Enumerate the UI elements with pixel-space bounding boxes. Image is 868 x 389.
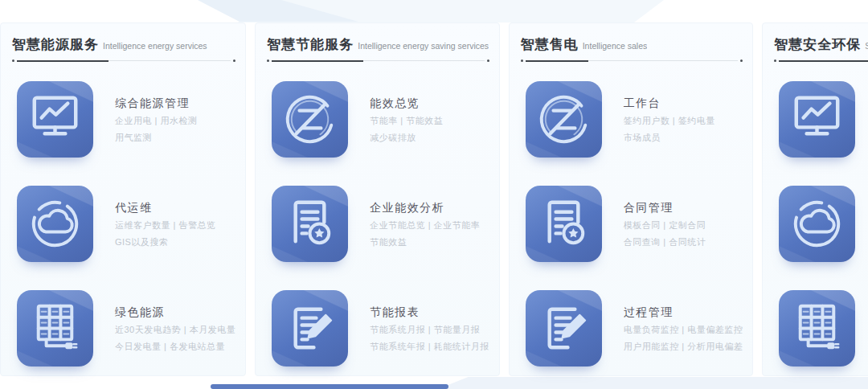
card-subline: 近30天发电趋势 | 本月发电量: [115, 326, 235, 334]
card-subline: 节能率 | 节能效益: [370, 117, 443, 125]
bottom-accent-bar: [211, 384, 448, 389]
card-subline: 减少碳排放: [370, 133, 443, 142]
section-panel-energy-saving: 智慧节能服务 Intelligence energy saving servic…: [255, 23, 499, 376]
card-subline: 运维客户数量 | 告警总览: [115, 221, 215, 230]
card-title: 能效总览: [370, 97, 443, 109]
feature-card[interactable]: 代运维 运维客户数量 | 告警总览 GIS以及搜索: [17, 186, 235, 262]
card-subline: 市场成员: [624, 133, 715, 142]
cloud-circle-icon: [779, 186, 855, 262]
section-title-en: Security environmental protection: [865, 41, 868, 51]
section-title-zh: 智慧售电: [521, 35, 579, 54]
page-background: { "colors": { "tile_gradient_start": "#7…: [0, 0, 868, 389]
doc-pencil-icon: [526, 290, 602, 366]
card-subline: 电量负荷监控 | 电量偏差监控: [624, 326, 743, 334]
card-title: 节能报表: [370, 306, 489, 317]
section-title-zh: 智慧节能服务: [267, 35, 354, 54]
feature-card[interactable]: 能效总览 节能率 | 节能效益 减少碳排放: [272, 81, 489, 158]
card-subline: 节能系统月报 | 节能量月报: [370, 326, 489, 334]
underline-dot-right: [740, 59, 743, 62]
underline-dot-left: [521, 59, 523, 62]
section-header: 智慧售电 Intelligence sales 智慧售电: [521, 35, 743, 62]
card-title: 绿色能源: [115, 306, 235, 317]
card-subline: 合同查询 | 合同统计: [624, 238, 706, 247]
card-title: 企业能效分析: [370, 202, 480, 213]
solar-panel-icon: [17, 290, 93, 366]
section-panel-safety-environment: 智慧安全环保 Security environmental protection…: [762, 23, 868, 376]
feature-card[interactable]: 过程管理 电量负荷监控 | 电量偏差监控 用户用能监控 | 分析用电偏差: [526, 290, 743, 366]
section-underline: 智慧安全环保: [774, 59, 868, 62]
doc-star-icon: [272, 186, 348, 262]
decor-top-accent: [198, 0, 358, 22]
card-subline: 签约用户数 | 签约电量: [624, 117, 715, 125]
underline-dot-left: [267, 59, 269, 62]
card-subline: GIS以及搜索: [115, 238, 215, 247]
section-title-en: Intelligence energy services: [103, 41, 207, 51]
feature-card[interactable]: 节能报表 节能系统月报 | 节能量月报 节能系统年报 | 耗能统计月报: [272, 290, 489, 366]
card-subline: 用户用能监控 | 分析用电偏差: [624, 342, 743, 351]
section-title-zh: 智慧安全环保: [774, 35, 861, 54]
monitor-chart-icon: [779, 81, 855, 158]
card-subline: 企业用电 | 用水检测: [115, 117, 197, 125]
underline-dot-left: [12, 59, 14, 62]
underline-dot-right: [487, 59, 489, 62]
section-underline: 智慧节能服务: [267, 59, 489, 62]
card-subline: 节能系统年报 | 耗能统计月报: [370, 342, 489, 351]
decor-top-wash: [238, 0, 664, 23]
underline-dot-right: [233, 59, 235, 62]
card-subline: 用气监测: [115, 133, 197, 142]
feature-card[interactable]: 企业能效分析 企业节能总览 | 企业节能率 节能效益: [272, 186, 489, 262]
solar-panel-icon: [779, 290, 855, 366]
underline-dot-left: [774, 59, 776, 62]
feature-card[interactable]: 视频监控 外部厂区监控 | 内部监控 火灾监控: [779, 290, 868, 366]
card-title: 综合能源管理: [115, 97, 197, 109]
service-columns: 智慧能源服务 Intelligence energy services 智慧能源…: [0, 23, 868, 376]
feature-card[interactable]: 综合能源管理 企业用电 | 用水检测 用气监测: [17, 81, 235, 158]
feature-card[interactable]: 合同管理 模板合同 | 定制合同 合同查询 | 合同统计: [526, 186, 743, 262]
section-header: 智慧能源服务 Intelligence energy services 智慧能源…: [12, 35, 235, 62]
doc-star-icon: [526, 186, 602, 262]
z-circle-icon: [272, 81, 348, 158]
feature-card[interactable]: 排放监测 污染物排放 | 碳排放 粉尘 | 二氧化硫: [779, 186, 868, 262]
card-subline: 模板合同 | 定制合同: [624, 221, 706, 230]
decor-bottom-wash: [438, 377, 868, 389]
card-title: 合同管理: [624, 202, 706, 213]
section-underline: 智慧售电: [521, 59, 743, 62]
card-subline: 今日发电量 | 各发电站总量: [115, 342, 235, 351]
section-title-en: Intelligence sales: [583, 41, 648, 51]
feature-card[interactable]: 工作台 签约用户数 | 签约电量 市场成员: [526, 81, 743, 158]
card-title: 工作台: [624, 97, 715, 109]
monitor-chart-icon: [17, 81, 93, 158]
card-title: 过程管理: [624, 306, 743, 317]
section-header: 智慧节能服务 Intelligence energy saving servic…: [267, 35, 489, 62]
section-header: 智慧安全环保 Security environmental protection…: [774, 35, 868, 62]
z-circle-icon: [526, 81, 602, 158]
section-title-zh: 智慧能源服务: [12, 35, 99, 54]
card-title: 代运维: [115, 202, 215, 213]
section-panel-electricity-sales: 智慧售电 Intelligence sales 智慧售电 工作台 签约用户数 |…: [509, 23, 753, 376]
section-title-en: Intelligence energy saving services: [358, 41, 489, 51]
cloud-circle-icon: [17, 186, 93, 262]
section-underline: 智慧能源服务: [12, 59, 235, 62]
card-subline: 节能效益: [370, 238, 480, 247]
feature-card[interactable]: 维护监测 抢修工单分类 | 抢修人员 巡检人员: [779, 81, 868, 158]
card-subline: 企业节能总览 | 企业节能率: [370, 221, 480, 230]
feature-card[interactable]: 绿色能源 近30天发电趋势 | 本月发电量 今日发电量 | 各发电站总量: [17, 290, 235, 366]
section-panel-energy-services: 智慧能源服务 Intelligence energy services 智慧能源…: [0, 23, 246, 376]
doc-pencil-icon: [272, 290, 348, 366]
